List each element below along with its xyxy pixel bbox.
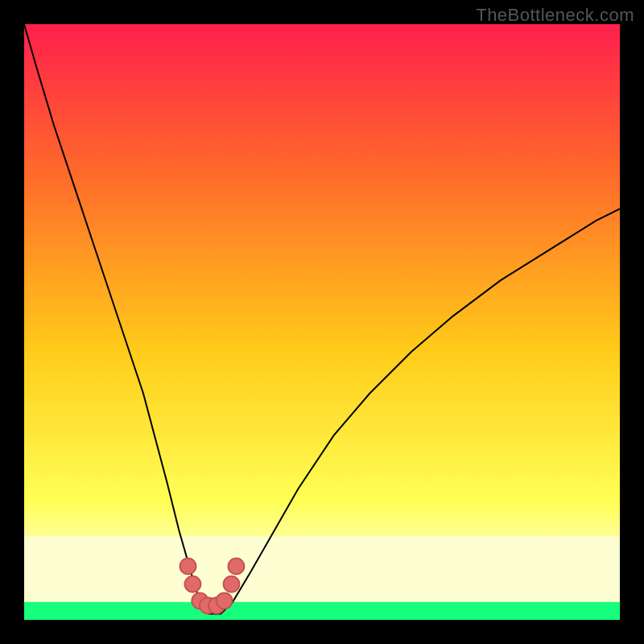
marker-point xyxy=(180,558,196,574)
bottleneck-curve xyxy=(24,24,620,614)
curve-layer xyxy=(24,24,620,620)
marker-point xyxy=(228,558,244,574)
marker-point xyxy=(224,576,240,592)
marker-point xyxy=(184,576,200,592)
plot-area xyxy=(24,24,620,620)
marker-point xyxy=(217,592,233,609)
chart-frame: TheBottleneck.com xyxy=(0,0,644,644)
highlight-markers xyxy=(180,558,245,613)
watermark-text: TheBottleneck.com xyxy=(476,5,634,26)
